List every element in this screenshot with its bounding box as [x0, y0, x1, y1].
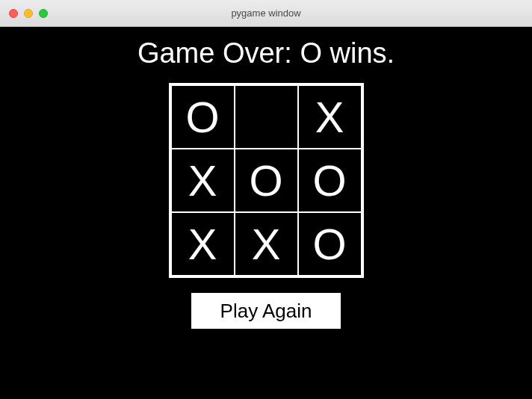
cell-1-2[interactable]: O: [298, 149, 362, 212]
cell-0-0[interactable]: O: [171, 85, 235, 149]
board-row: X X O: [171, 212, 362, 276]
titlebar: pygame window: [0, 0, 532, 27]
status-text: Game Over: O wins.: [137, 37, 395, 69]
play-again-button[interactable]: Play Again: [191, 293, 341, 329]
minimize-icon[interactable]: [24, 9, 33, 18]
cell-0-2[interactable]: X: [298, 85, 362, 149]
cell-2-0[interactable]: X: [171, 212, 235, 276]
board-row: O X: [171, 85, 362, 149]
cell-1-0[interactable]: X: [171, 149, 235, 212]
close-icon[interactable]: [9, 9, 18, 18]
window-title: pygame window: [231, 7, 300, 19]
cell-2-1[interactable]: X: [235, 212, 298, 276]
cell-0-1[interactable]: [235, 85, 298, 149]
board-row: X O O: [171, 149, 362, 212]
window-controls: [9, 9, 48, 18]
maximize-icon[interactable]: [39, 9, 48, 18]
cell-2-2[interactable]: O: [298, 212, 362, 276]
game-stage: Game Over: O wins. O X X O O X X O Play …: [0, 27, 532, 399]
cell-1-1[interactable]: O: [235, 149, 298, 212]
game-board: O X X O O X X O: [169, 83, 364, 278]
